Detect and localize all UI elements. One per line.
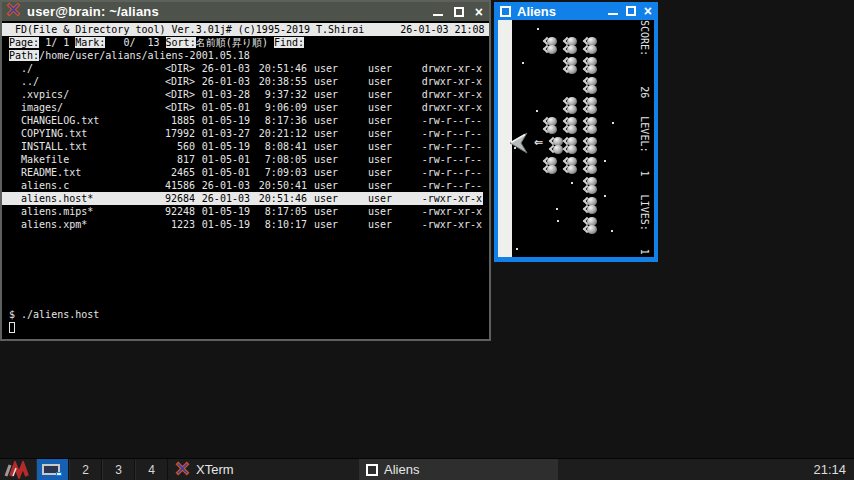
taskbar-item-xterm[interactable]: XTerm <box>168 459 359 480</box>
workspace-button-3[interactable]: 3 <box>102 459 135 480</box>
file-row[interactable]: aliens.c4158626-01-0320:50:41useruser-rw… <box>2 179 489 192</box>
file-date: 01-05-01 <box>195 166 250 179</box>
file-row[interactable]: images/<DIR>01-05-019:06:09useruserdrwxr… <box>2 101 489 114</box>
window-title: Aliens <box>517 4 556 19</box>
star <box>536 110 538 112</box>
star <box>516 248 518 250</box>
taskbar-item-aliens[interactable]: Aliens <box>359 459 558 480</box>
maximize-icon[interactable] <box>626 6 636 16</box>
minimize-icon[interactable] <box>608 13 618 15</box>
file-row[interactable]: .xvpics/<DIR>01-03-289:37:32useruserdrwx… <box>2 88 489 101</box>
find-label: Find: <box>274 37 304 48</box>
maximize-icon[interactable] <box>454 7 464 17</box>
workspace-button-1[interactable] <box>36 459 69 480</box>
file-date: 26-01-03 <box>195 62 250 75</box>
file-row[interactable]: README.txt246501-05-017:09:03useruser-rw… <box>2 166 489 179</box>
file-time: 20:38:55 <box>250 75 307 88</box>
file-size: 41586 <box>165 179 195 192</box>
file-row[interactable]: Makefile81701-05-017:08:05useruser-rw-r-… <box>2 153 489 166</box>
terminal-screen[interactable]: FD(File & Directory tool) Ver.3.01j# (c)… <box>2 21 489 337</box>
file-perms: -rw-r--r-- <box>416 166 482 179</box>
window-title: user@brain: ~/alians <box>27 4 159 19</box>
star <box>537 28 539 30</box>
close-icon[interactable]: × <box>644 6 652 16</box>
file-row[interactable]: INSTALL.txt56001-05-198:08:41useruser-rw… <box>2 140 489 153</box>
file-name: .xvpics/ <box>9 88 165 101</box>
file-owner: user <box>307 127 362 140</box>
minimize-icon[interactable] <box>433 14 443 16</box>
alien-sprite <box>584 217 598 234</box>
file-size: <DIR> <box>165 62 195 75</box>
shell-prompt: $ ./aliens.host <box>9 308 99 321</box>
file-size: 92248 <box>165 205 195 218</box>
game-status-text: SCORE: 26 LEVEL: 1 LIVES: 1 <box>638 20 650 257</box>
file-perms: -rw-r--r-- <box>416 140 482 153</box>
terminal-cursor <box>9 322 15 333</box>
file-row[interactable]: COPYING.txt1799201-03-2720:21:12useruser… <box>2 127 489 140</box>
bullet-sprite: ⇐ <box>534 136 543 149</box>
alien-sprite <box>584 137 598 154</box>
player-ship <box>510 132 528 158</box>
fd-header-line: FD(File & Directory tool) Ver.3.01j# (c)… <box>2 23 489 36</box>
close-icon[interactable]: × <box>475 7 483 17</box>
file-owner: user <box>307 114 362 127</box>
page-value: 1/ 1 <box>39 37 75 48</box>
workspace-button-2[interactable]: 2 <box>69 459 102 480</box>
file-size: <DIR> <box>165 88 195 101</box>
file-row[interactable]: aliens.mips*9224801-05-198:17:05useruser… <box>2 205 489 218</box>
jwm-logo-icon[interactable] <box>0 459 36 480</box>
alien-sprite <box>550 137 564 154</box>
alien-sprite <box>564 57 578 74</box>
file-size: 92684 <box>165 192 195 205</box>
file-name: INSTALL.txt <box>9 140 165 153</box>
file-owner: user <box>307 205 362 218</box>
game-area[interactable]: ⇐ SCORE: 26 LEVEL: 1 LIVES: 1 <box>498 20 654 257</box>
file-date: 01-05-19 <box>195 205 250 218</box>
aliens-window: Aliens × ⇐ SCORE: 26 LEVEL: 1 LIVES: 1 <box>494 2 658 262</box>
file-time: 9:37:32 <box>250 88 307 101</box>
alien-sprite <box>564 157 578 174</box>
file-perms: -rw-r--r-- <box>416 127 482 140</box>
file-group: user <box>362 166 416 179</box>
file-name: ../ <box>9 75 165 88</box>
alien-sprite <box>564 137 578 154</box>
file-time: 20:51:46 <box>250 192 307 205</box>
file-group: user <box>362 114 416 127</box>
file-owner: user <box>307 62 362 75</box>
sort-label: Sort: <box>166 37 196 48</box>
star <box>571 182 573 184</box>
file-owner: user <box>307 140 362 153</box>
file-group: user <box>362 101 416 114</box>
mark-value: 0/ 13 <box>105 37 165 48</box>
file-time: 8:17:36 <box>250 114 307 127</box>
file-row[interactable]: ../<DIR>26-01-0320:38:55useruserdrwxr-xr… <box>2 75 489 88</box>
file-perms: drwxr-xr-x <box>416 101 482 114</box>
file-date: 26-01-03 <box>195 179 250 192</box>
file-row[interactable]: aliens.host*9268426-01-0320:51:46useruse… <box>2 192 483 205</box>
window-outline-icon <box>500 6 511 17</box>
star <box>556 208 558 210</box>
file-owner: user <box>307 192 362 205</box>
file-row[interactable]: ./<DIR>26-01-0320:51:46useruserdrwxr-xr-… <box>2 62 489 75</box>
file-row[interactable]: aliens.xpm*122301-05-198:10:17useruser-r… <box>2 218 489 231</box>
file-perms: -rwxr-xr-x <box>416 192 482 205</box>
aliens-titlebar[interactable]: Aliens × <box>498 2 654 20</box>
file-owner: user <box>307 101 362 114</box>
mark-label: Mark: <box>75 37 105 48</box>
file-time: 8:08:41 <box>250 140 307 153</box>
xterm-titlebar[interactable]: user@brain: ~/alians × <box>2 2 489 21</box>
file-row[interactable]: CHANGELOG.txt188501-05-198:17:36useruser… <box>2 114 489 127</box>
file-date: 01-05-19 <box>195 114 250 127</box>
file-owner: user <box>307 166 362 179</box>
workspace-button-4[interactable]: 4 <box>135 459 168 480</box>
file-owner: user <box>307 153 362 166</box>
alien-sprite <box>584 197 598 214</box>
file-date: 26-01-03 <box>195 75 250 88</box>
file-size: 2465 <box>165 166 195 179</box>
file-size: 560 <box>165 140 195 153</box>
alien-sprite <box>584 117 598 134</box>
sort-value: 名前順(昇り順) <box>196 37 274 48</box>
file-size: 1223 <box>165 218 195 231</box>
file-time: 9:06:09 <box>250 101 307 114</box>
file-perms: -rw-r--r-- <box>416 114 482 127</box>
